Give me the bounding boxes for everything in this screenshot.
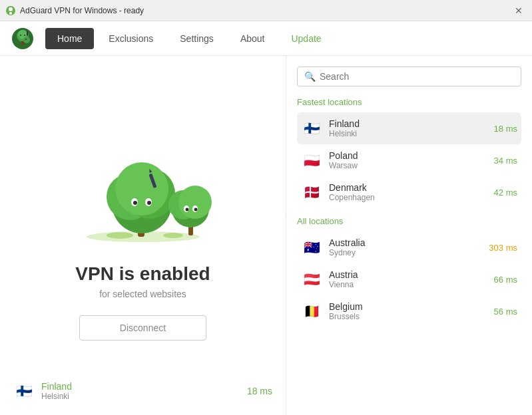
svg-point-33: [163, 233, 183, 238]
svg-point-31: [194, 208, 197, 211]
current-location-name: Finland: [41, 381, 72, 392]
flag-finland: 🇫🇮: [301, 118, 322, 139]
disconnect-button[interactable]: Disconnect: [79, 315, 206, 341]
location-city-finland: Helsinki: [329, 129, 360, 138]
svg-rect-7: [27, 31, 28, 36]
location-details-denmark: Denmark Copenhagen: [329, 182, 375, 202]
flag-poland: 🇵🇱: [301, 150, 322, 171]
location-details-austria: Austria Vienna: [329, 269, 358, 289]
location-ms-austria: 66 ms: [494, 275, 517, 285]
location-name-australia: Australia: [329, 237, 365, 248]
location-city-australia: Sydney: [329, 248, 365, 257]
location-name-austria: Austria: [329, 269, 358, 280]
svg-rect-5: [21, 41, 24, 45]
location-details-australia: Australia Sydney: [329, 237, 365, 257]
location-details-poland: Poland Warsaw: [329, 150, 358, 170]
vpn-status-title: VPN is enabled: [75, 263, 210, 285]
location-item-poland[interactable]: 🇵🇱 Poland Warsaw 34 ms: [297, 144, 521, 176]
location-name-denmark: Denmark: [329, 182, 375, 193]
location-item-denmark[interactable]: 🇩🇰 Denmark Copenhagen 42 ms: [297, 176, 521, 208]
nav-logo: [11, 27, 35, 51]
all-section-label: All locations: [297, 216, 521, 226]
svg-point-21: [147, 201, 151, 205]
svg-point-32: [107, 232, 133, 239]
nav-home[interactable]: Home: [45, 28, 94, 49]
location-ms-belgium: 56 ms: [494, 307, 517, 317]
location-details-belgium: Belgium Brussels: [329, 301, 363, 321]
location-name-belgium: Belgium: [329, 301, 363, 312]
location-city-belgium: Brussels: [329, 312, 363, 321]
current-location-info: Finland Helsinki: [41, 381, 72, 401]
titlebar-title: AdGuard VPN for Windows - ready: [20, 6, 144, 15]
flag-belgium: 🇧🇪: [301, 301, 322, 322]
location-ms-australia: 303 ms: [489, 243, 517, 253]
svg-point-20: [133, 201, 137, 205]
flag-austria: 🇦🇹: [301, 269, 322, 290]
navbar: Home Exclusions Settings About Update: [0, 21, 532, 56]
svg-point-8: [20, 35, 21, 36]
current-location[interactable]: 🇫🇮 Finland Helsinki 18 ms: [13, 380, 272, 402]
mascot-illustration: [70, 130, 216, 250]
location-name-finland: Finland: [329, 118, 360, 129]
svg-point-27: [178, 186, 212, 219]
nav-exclusions[interactable]: Exclusions: [97, 28, 165, 49]
search-icon: 🔍: [304, 71, 316, 82]
app-icon: [5, 5, 16, 16]
nav-settings[interactable]: Settings: [168, 28, 226, 49]
titlebar: AdGuard VPN for Windows - ready ✕: [0, 0, 532, 21]
search-input[interactable]: [320, 71, 514, 82]
flag-denmark: 🇩🇰: [301, 182, 322, 203]
vpn-status-subtitle: for selected websites: [99, 289, 186, 299]
current-flag: 🇫🇮: [13, 380, 35, 402]
flag-australia: 🇦🇺: [301, 237, 322, 258]
location-ms-finland: 18 ms: [494, 124, 517, 134]
fastest-section-label: Fastest locations: [297, 97, 521, 107]
main-content: VPN is enabled for selected websites Dis…: [0, 56, 532, 415]
location-name-poland: Poland: [329, 150, 358, 161]
location-ms-denmark: 42 ms: [494, 188, 517, 198]
svg-point-10: [23, 37, 30, 43]
location-city-poland: Warsaw: [329, 161, 358, 170]
svg-point-11: [25, 39, 27, 40]
svg-point-2: [9, 12, 12, 15]
current-location-city: Helsinki: [41, 392, 72, 401]
search-box: 🔍: [297, 67, 521, 86]
svg-point-9: [24, 35, 25, 36]
location-details-finland: Finland Helsinki: [329, 118, 360, 138]
location-ms-poland: 34 ms: [494, 156, 517, 166]
close-button[interactable]: ✕: [511, 3, 527, 19]
svg-point-17: [115, 162, 168, 215]
location-item-australia[interactable]: 🇦🇺 Australia Sydney 303 ms: [297, 231, 521, 263]
svg-point-30: [185, 208, 188, 211]
location-item-austria[interactable]: 🇦🇹 Austria Vienna 66 ms: [297, 263, 521, 295]
left-panel: VPN is enabled for selected websites Dis…: [0, 56, 286, 415]
right-panel: 🔍 Fastest locations 🇫🇮 Finland Helsinki …: [286, 56, 532, 415]
location-city-denmark: Copenhagen: [329, 193, 375, 202]
location-city-austria: Vienna: [329, 280, 358, 289]
svg-point-1: [9, 7, 13, 11]
nav-about[interactable]: About: [228, 28, 277, 49]
location-item-finland[interactable]: 🇫🇮 Finland Helsinki 18 ms: [297, 112, 521, 144]
nav-update[interactable]: Update: [279, 28, 333, 49]
current-location-ms: 18 ms: [247, 386, 272, 396]
titlebar-left: AdGuard VPN for Windows - ready: [5, 5, 144, 16]
location-item-belgium[interactable]: 🇧🇪 Belgium Brussels 56 ms: [297, 295, 521, 327]
